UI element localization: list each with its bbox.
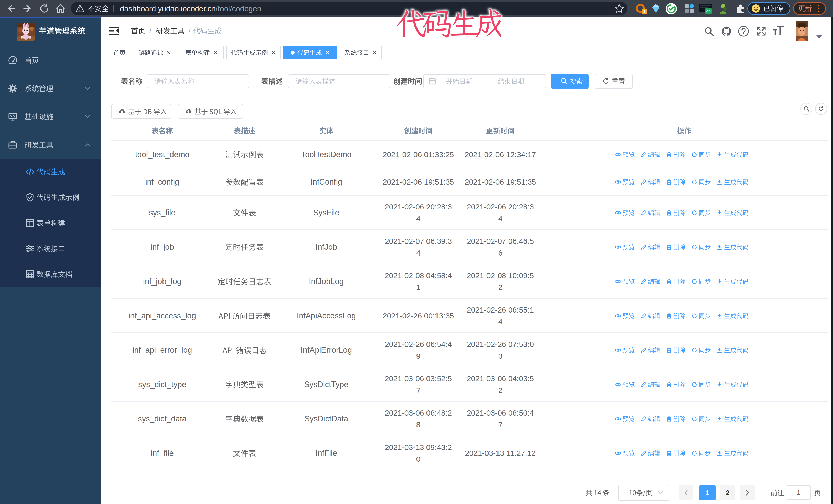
- svg-text:on: on: [706, 9, 711, 13]
- svg-text:1: 1: [643, 9, 645, 14]
